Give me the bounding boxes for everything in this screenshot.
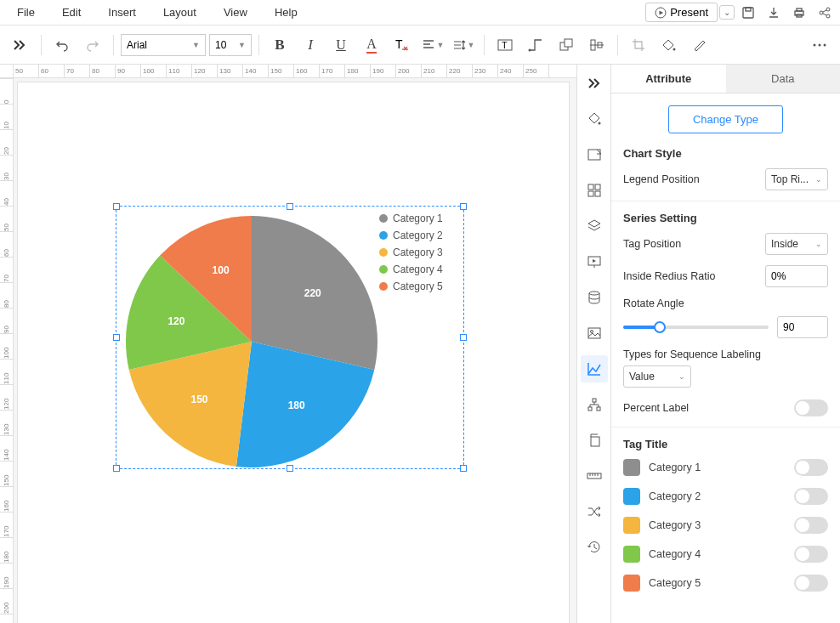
tag-name: Category 4 <box>649 548 786 560</box>
svg-rect-4 <box>797 8 802 11</box>
rotate-angle-input[interactable] <box>777 316 828 338</box>
menu-file[interactable]: File <box>3 3 48 22</box>
image-tool-icon[interactable] <box>581 141 608 168</box>
right-tool-strip <box>576 65 610 623</box>
undo-button[interactable] <box>48 31 76 59</box>
download-icon[interactable] <box>762 3 786 23</box>
menu-help[interactable]: Help <box>261 3 311 22</box>
tag-toggle[interactable] <box>794 459 828 476</box>
tab-data[interactable]: Data <box>726 65 841 93</box>
tag-name: Category 3 <box>649 519 786 531</box>
menu-edit[interactable]: Edit <box>48 3 94 22</box>
tag-swatch[interactable] <box>623 459 640 476</box>
slice-value-label: 180 <box>288 399 305 411</box>
tag-toggle[interactable] <box>794 575 828 592</box>
database-icon[interactable] <box>581 284 608 311</box>
shuffle-icon[interactable] <box>581 498 608 525</box>
tag-title-row: Category 3 <box>623 517 828 534</box>
page-canvas[interactable]: 220180150120100 Category 1Category 2Cate… <box>17 82 570 623</box>
present-dropdown[interactable]: ⌄ <box>719 5 735 20</box>
connector-button[interactable] <box>522 31 549 59</box>
italic-button[interactable]: I <box>297 31 324 59</box>
tag-name: Category 1 <box>649 462 786 473</box>
svg-rect-34 <box>591 437 599 446</box>
tag-title-row: Category 4 <box>623 546 828 563</box>
percent-label-toggle[interactable] <box>794 399 828 416</box>
properties-panel: Attribute Data Change Type Chart Style L… <box>610 65 840 623</box>
presentation-icon[interactable] <box>581 248 608 275</box>
legend-position-select[interactable]: Top Ri...⌄ <box>765 168 828 190</box>
fill-button[interactable] <box>656 31 683 59</box>
percent-label-label: Percent Label <box>623 402 689 414</box>
tag-title-row: Category 1 <box>623 459 828 476</box>
tag-swatch[interactable] <box>623 546 640 563</box>
grid-icon[interactable] <box>581 177 608 204</box>
font-select[interactable]: Arial▼ <box>121 34 206 56</box>
print-icon[interactable] <box>787 3 811 23</box>
legend-item: Category 3 <box>379 244 443 261</box>
types-select[interactable]: Value⌄ <box>623 365 691 388</box>
ruler-tool-icon[interactable] <box>581 462 608 490</box>
layers-icon[interactable] <box>581 212 608 240</box>
tab-attribute[interactable]: Attribute <box>611 65 726 93</box>
svg-point-8 <box>826 14 830 18</box>
menu-layout[interactable]: Layout <box>150 3 210 22</box>
save-icon[interactable] <box>736 3 760 23</box>
slice-value-label: 120 <box>167 315 184 327</box>
redo-button[interactable] <box>79 31 106 59</box>
slice-value-label: 220 <box>304 287 321 299</box>
font-size-select[interactable]: 10▼ <box>209 34 252 56</box>
underline-button[interactable]: U <box>327 31 355 59</box>
bold-button[interactable]: B <box>266 31 293 59</box>
svg-point-19 <box>819 43 821 46</box>
menu-view[interactable]: View <box>210 3 261 22</box>
svg-point-30 <box>590 331 593 333</box>
share-icon[interactable] <box>813 3 837 23</box>
svg-rect-33 <box>597 407 600 411</box>
collapse-right-icon[interactable] <box>581 70 608 97</box>
tag-swatch[interactable] <box>623 517 640 534</box>
org-chart-icon[interactable] <box>581 391 608 418</box>
chart-style-title: Chart Style <box>623 147 828 160</box>
canvas-area[interactable]: 5060708090100110120130140150160170180190… <box>0 65 576 623</box>
textbox-button[interactable]: T <box>491 31 519 59</box>
tag-toggle[interactable] <box>794 546 828 563</box>
inside-radius-input[interactable] <box>765 265 828 287</box>
svg-rect-14 <box>565 39 572 47</box>
svg-rect-31 <box>593 399 596 402</box>
chart-tool-icon[interactable] <box>581 355 608 382</box>
slice-value-label: 100 <box>213 264 230 276</box>
expand-left-icon[interactable] <box>7 31 34 59</box>
tag-position-select[interactable]: Inside⌄ <box>765 233 828 255</box>
change-type-button[interactable]: Change Type <box>668 105 783 133</box>
arrange-front-button[interactable] <box>553 31 580 59</box>
svg-text:T: T <box>502 40 508 50</box>
text-color-button[interactable]: A <box>358 31 385 59</box>
tag-toggle[interactable] <box>794 517 828 534</box>
line-spacing-button[interactable]: ▼ <box>450 31 477 59</box>
history-icon[interactable] <box>581 534 608 561</box>
crop-button[interactable] <box>625 31 652 59</box>
legend-label: Category 4 <box>393 263 443 275</box>
more-button[interactable] <box>806 31 833 59</box>
legend-swatch <box>379 231 388 240</box>
tag-swatch[interactable] <box>623 488 640 505</box>
ruler-vertical: 0102030405060708090100110120130140150160… <box>0 78 14 623</box>
align-button[interactable]: ▼ <box>419 31 446 59</box>
clear-format-button[interactable]: T <box>389 31 416 59</box>
menu-insert[interactable]: Insert <box>94 3 150 22</box>
legend-item: Category 5 <box>379 278 443 295</box>
copy-icon[interactable] <box>581 427 608 454</box>
fill-tool-icon[interactable] <box>581 105 608 133</box>
arrange-align-button[interactable] <box>583 31 610 59</box>
tag-title-row: Category 5 <box>623 575 828 592</box>
pie-chart[interactable]: 220180150120100 <box>120 210 383 473</box>
legend-swatch <box>379 248 388 257</box>
tag-swatch[interactable] <box>623 575 640 592</box>
present-button[interactable]: Present <box>645 3 718 22</box>
tag-toggle[interactable] <box>794 488 828 505</box>
rotate-angle-slider[interactable] <box>623 326 769 329</box>
picture-icon[interactable] <box>581 320 608 347</box>
stroke-button[interactable] <box>686 31 713 59</box>
svg-point-12 <box>529 48 531 51</box>
